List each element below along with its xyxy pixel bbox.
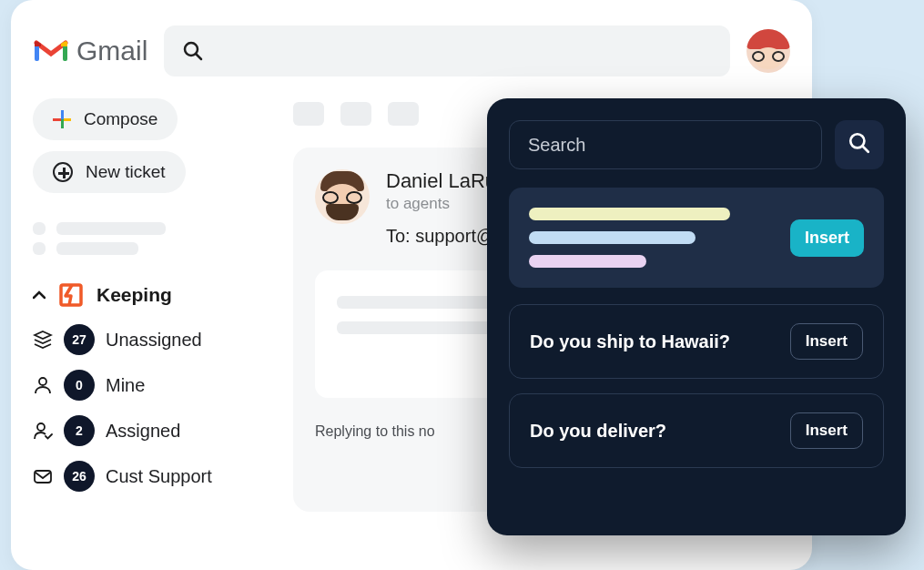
- plus-multicolor-icon: [53, 110, 71, 128]
- keeping-label: Keeping: [96, 284, 172, 306]
- snippet-search-button[interactable]: [835, 120, 884, 169]
- keeping-logo-icon: [58, 282, 84, 308]
- snippet-item-deliver[interactable]: Do you deliver? Insert: [509, 393, 884, 468]
- gmail-text: Gmail: [76, 36, 147, 66]
- count-badge: 0: [64, 370, 95, 401]
- folder-unassigned[interactable]: 27 Unassigned: [33, 324, 251, 355]
- svg-point-6: [37, 423, 45, 431]
- sidebar: Compose New ticket: [33, 98, 251, 492]
- snippet-preview-card[interactable]: Insert: [509, 188, 884, 288]
- svg-line-3: [196, 54, 201, 59]
- folder-label: Unassigned: [106, 330, 202, 351]
- count-badge: 26: [64, 461, 95, 492]
- chevron-up-icon: [33, 287, 46, 303]
- user-avatar[interactable]: [746, 29, 790, 73]
- svg-line-9: [862, 146, 868, 152]
- folder-mine[interactable]: 0 Mine: [33, 370, 251, 401]
- gmail-logo: Gmail: [33, 36, 147, 66]
- count-badge: 2: [64, 415, 95, 446]
- compose-button[interactable]: Compose: [33, 98, 178, 140]
- search-icon: [848, 131, 871, 158]
- snippet-search-input[interactable]: Search: [509, 120, 822, 169]
- snippet-title: Do you ship to Hawaii?: [530, 331, 730, 352]
- keeping-section-header[interactable]: Keeping: [33, 282, 251, 308]
- folder-label: Mine: [106, 375, 145, 396]
- insert-button-primary[interactable]: Insert: [790, 219, 864, 257]
- folder-label: Cust Support: [106, 466, 212, 487]
- snippets-panel: Search Insert Do you ship to Hawaii? Ins…: [487, 98, 906, 535]
- new-ticket-label: New ticket: [86, 162, 166, 182]
- circle-plus-icon: [53, 162, 73, 182]
- gmail-mark-icon: [33, 37, 69, 65]
- snippet-search-placeholder: Search: [528, 135, 585, 156]
- svg-point-5: [39, 378, 46, 385]
- person-icon: [33, 375, 53, 395]
- search-bar[interactable]: [164, 25, 730, 76]
- stack-icon: [33, 330, 53, 350]
- snippet-item-hawaii[interactable]: Do you ship to Hawaii? Insert: [509, 304, 884, 379]
- person-check-icon: [33, 421, 53, 441]
- snippet-title: Do you deliver?: [530, 421, 666, 442]
- count-badge: 27: [64, 324, 95, 355]
- envelope-icon: [33, 466, 53, 486]
- folder-label: Assigned: [106, 421, 180, 442]
- sidebar-skeleton: [33, 222, 251, 255]
- new-ticket-button[interactable]: New ticket: [33, 151, 186, 193]
- svg-rect-7: [35, 471, 51, 483]
- search-icon: [182, 40, 204, 62]
- compose-label: Compose: [84, 109, 157, 129]
- header: Gmail: [33, 25, 790, 76]
- folder-cust-support[interactable]: 26 Cust Support: [33, 461, 251, 492]
- insert-button[interactable]: Insert: [790, 323, 863, 360]
- insert-button[interactable]: Insert: [790, 412, 863, 449]
- snippet-preview-lines: [529, 208, 774, 268]
- sender-avatar: [315, 169, 370, 224]
- folder-assigned[interactable]: 2 Assigned: [33, 415, 251, 446]
